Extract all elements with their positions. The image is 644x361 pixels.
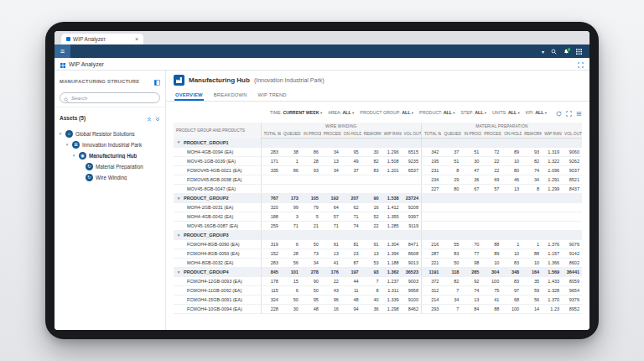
cell-value: 8952 (562, 305, 582, 314)
chevron-down-icon[interactable]: ▾ (71, 154, 76, 158)
table-settings-icon[interactable] (576, 105, 582, 120)
search-icon[interactable] (551, 49, 557, 55)
cell-value: 30 (461, 157, 481, 166)
cell-value: 216 (422, 240, 442, 249)
tree-node-material-preparation[interactable]: ↻Material Preparation (55, 161, 165, 172)
row-label: FCMOH4-8GB-0090 (EA) (174, 240, 261, 249)
cell-value: 1.328 (542, 286, 562, 296)
collapse-all-icon[interactable] (147, 110, 152, 125)
product-label: FCMOH4-8GB-0090 (EA) (176, 242, 258, 247)
filter-step[interactable]: STEP: ALL ▾ (460, 110, 486, 115)
filter-time[interactable]: TIME: CURRENT WEEK ▾ (270, 110, 322, 115)
browser-tab[interactable]: WIP Analyzer × (61, 34, 143, 44)
refresh-icon[interactable] (556, 105, 562, 120)
cell-value: 88 (481, 305, 501, 314)
cell-value (382, 139, 402, 148)
cell-value (481, 212, 501, 222)
column-header-on-hold: ON HOLD (341, 130, 361, 139)
chevron-down-icon[interactable]: ▾ (176, 140, 181, 144)
column-header-vol-out: VOL OUT (562, 130, 582, 139)
expand-all-icon[interactable] (155, 110, 160, 125)
chevron-down-icon[interactable]: ▾ (176, 196, 181, 201)
cell-value (281, 185, 301, 194)
cell-value: 30 (361, 148, 382, 157)
cell-value: 44 (341, 277, 361, 286)
filter-product[interactable]: PRODUCT: ALL ▾ (419, 110, 454, 115)
product-label: FCMOH4-12GB-0093 (EA) (176, 279, 258, 284)
cell-value: 87 (341, 259, 361, 268)
table-row-product-group4[interactable]: ▾PRODUCT_GROUP4845101278176197931.362365… (174, 268, 582, 277)
tree-node-global-resistor-solutions[interactable]: ▾⌂Global Resistor Solutions (55, 128, 165, 139)
chevron-down-icon[interactable]: ▾ (65, 143, 70, 147)
filter-kpi[interactable]: KPI: ALL ▾ (526, 110, 547, 115)
table-row-product-group2[interactable]: ▾PRODUCT_GROUP2767173105192207901.538237… (174, 194, 582, 203)
table-row-fcmoh4-15gb-0091-ea: FCMOH4-15GB-0091 (EA)32450959648401.3399… (174, 296, 582, 305)
table-row-product-group3[interactable]: ▾PRODUCT_GROUP3 (174, 231, 582, 240)
cell-value: 86 (301, 148, 321, 157)
search-input[interactable] (71, 96, 156, 101)
app-grid-icon[interactable] (576, 49, 582, 55)
cell-value (522, 139, 542, 148)
cell-value (441, 212, 461, 222)
cell-value: 93 (522, 148, 542, 157)
cell-value: 176 (321, 268, 341, 277)
filter-product-group[interactable]: PRODUCT GROUP: ALL ▾ (360, 110, 413, 115)
chevron-down-icon: ▾ (484, 111, 487, 115)
cell-value: 287 (422, 249, 442, 259)
notifications-icon[interactable] (564, 49, 569, 55)
fullscreen-icon[interactable] (566, 105, 572, 120)
cell-value: 1 (522, 240, 542, 249)
tree-node-wire-winding[interactable]: ↻Wire Winding (55, 172, 165, 183)
chevron-down-icon[interactable]: ▾ (58, 132, 63, 136)
cell-value: 7 (441, 286, 461, 296)
cell-value: 8437 (562, 185, 582, 194)
tab-wip-trend[interactable]: WIP TREND (257, 91, 288, 101)
expand-icon[interactable] (578, 56, 584, 71)
column-group-wire-winding: WIRE WINDING (261, 123, 422, 130)
cell-value (422, 222, 442, 231)
cell-value: 23724 (402, 194, 422, 203)
cell-value: 16 (361, 203, 382, 212)
cell-value: 285 (461, 268, 481, 277)
column-header-in-process: IN PROCESS (301, 130, 321, 139)
cell-value (321, 185, 341, 194)
cell-value: 82 (361, 157, 382, 166)
table-row-moh4-2gb-0031-ea: MOH4-2GB-0031 (EA)32099796462161.4129208 (174, 203, 582, 212)
tab-overview[interactable]: OVERVIEW (174, 91, 204, 101)
cell-value: 81 (341, 240, 361, 249)
product-label: MOH4-8GB-0032 (EA) (176, 260, 258, 265)
cell-value: 34 (441, 296, 461, 305)
tree-node-innovation-industrial-park[interactable]: ▾⊞Innovation Industrial Park (55, 139, 165, 150)
chevron-down-icon[interactable]: ▾ (176, 270, 181, 275)
cell-value: 28 (301, 157, 321, 166)
cell-value: 83 (501, 277, 522, 286)
cell-value (461, 139, 481, 148)
table-row-fcmoh4-12gb-0093-ea: FCMOH4-12GB-0093 (EA)1781590224471.23790… (174, 277, 582, 286)
row-label: FCMOV45-8GB-0038 (EA) (174, 175, 261, 185)
filter-units[interactable]: UNITS: ALL ▾ (492, 110, 520, 115)
sidebar-header: MANUFACTURING STRUCTURE (55, 71, 165, 92)
sidebar-title: MANUFACTURING STRUCTURE (60, 79, 139, 84)
cell-value: 228 (261, 305, 281, 314)
product-label: FCMOH4-15GB-0091 (EA) (176, 297, 258, 302)
tree-node-label: Material Preparation (96, 164, 143, 170)
column-header-processed: PROCESSED (481, 130, 501, 139)
search-box[interactable] (60, 92, 160, 103)
table-row-product-group1[interactable]: ▾PRODUCT_GROUP1 (174, 139, 582, 148)
tree-node-label: Manufacturing Hub (89, 153, 137, 159)
cell-value: 283 (261, 259, 281, 268)
tab-close-icon[interactable]: × (135, 36, 138, 42)
chevron-down-icon[interactable]: ▾ (176, 233, 181, 238)
cell-value: 89 (481, 249, 501, 259)
cell-value: 49 (341, 157, 361, 166)
tab-breakdown[interactable]: BREAKDOWN (213, 91, 248, 101)
cell-value: 35 (522, 277, 542, 286)
panel-collapse-icon[interactable] (154, 74, 160, 89)
column-header-rework: REWORK (522, 130, 542, 139)
cell-value: 1.201 (382, 166, 402, 175)
cell-value (542, 194, 562, 203)
chevron-down-icon[interactable]: ▾ (542, 49, 544, 55)
product-label: MOH4-4GB-0094 (EA) (176, 149, 258, 154)
tree-node-manufacturing-hub[interactable]: ▾◉Manufacturing Hub (55, 150, 165, 161)
filter-area[interactable]: AREA: ALL ▾ (328, 110, 354, 115)
